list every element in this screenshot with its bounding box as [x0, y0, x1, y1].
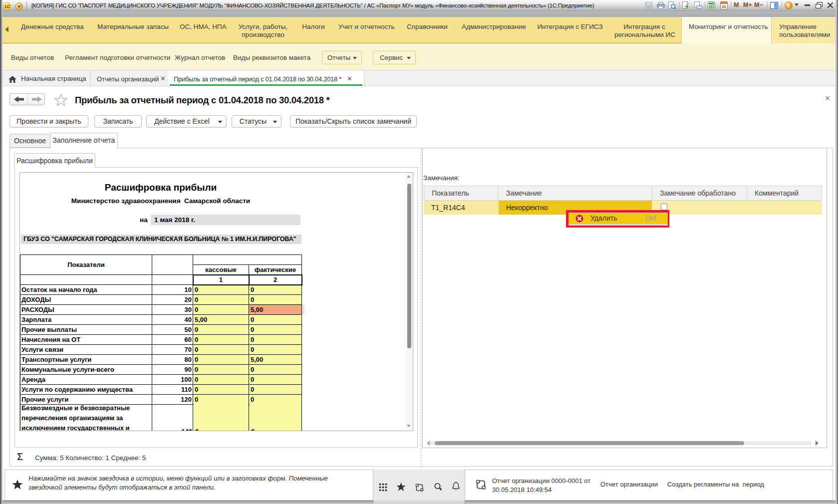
svg-text:31: 31: [722, 4, 726, 9]
svg-text:1С: 1С: [4, 4, 10, 9]
